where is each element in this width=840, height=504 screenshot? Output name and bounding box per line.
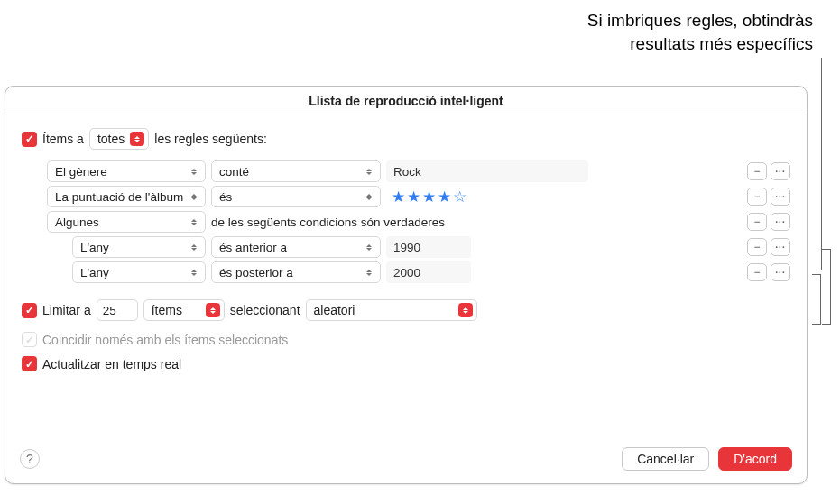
chevron-updown-icon xyxy=(364,194,374,200)
chevron-updown-icon xyxy=(364,270,374,276)
live-update-checkbox[interactable] xyxy=(22,356,37,371)
chevron-updown-icon xyxy=(189,169,199,175)
rule-group-text: de les següents condicions són verdadere… xyxy=(211,215,445,229)
match-selected-checkbox[interactable] xyxy=(22,332,37,347)
cancel-button[interactable]: Cancel·lar xyxy=(622,447,709,471)
rule-op-value: conté xyxy=(219,165,249,179)
rule-row: L'any és anterior a 1990 − ··· xyxy=(72,236,790,258)
rule-field-value: L'any xyxy=(80,241,109,254)
rule-value-input[interactable]: 1990 xyxy=(386,236,471,258)
chevron-updown-icon xyxy=(130,132,144,146)
star-icon: ★ xyxy=(422,189,436,205)
rule-value-text: Rock xyxy=(393,165,421,179)
limit-unit-select[interactable]: ítems xyxy=(143,299,225,321)
rule-value-text: 1990 xyxy=(393,241,420,254)
annotation-line2: resultats més específics xyxy=(630,34,813,53)
rule-options-button[interactable]: ··· xyxy=(771,238,790,256)
window-title: Llista de reproducció intel·ligent xyxy=(5,87,807,115)
live-update-row: Actualitzar en temps real xyxy=(22,356,790,371)
ok-button[interactable]: D'acord xyxy=(718,447,792,471)
match-mode-select[interactable]: totes xyxy=(89,128,149,150)
rule-value-input[interactable]: 2000 xyxy=(386,261,471,283)
remove-rule-button[interactable]: − xyxy=(747,238,767,256)
callout-bracket-outer xyxy=(822,249,831,325)
rule-controls: − ··· xyxy=(747,263,790,281)
annotation-caption: Si imbriques regles, obtindràs resultats… xyxy=(587,9,813,55)
rule-field-select[interactable]: L'any xyxy=(72,261,206,283)
rule-field-select[interactable]: El gènere xyxy=(47,160,206,182)
limit-method-value: aleatori xyxy=(314,303,355,317)
match-selected-label: Coincidir només amb els ítems selecciona… xyxy=(42,333,288,347)
limit-selecting-label: seleccionant xyxy=(230,303,300,317)
remove-rule-button[interactable]: − xyxy=(747,213,767,231)
chevron-updown-icon xyxy=(189,244,199,251)
rule-field-select[interactable]: La puntuació de l'àlbum xyxy=(47,186,206,207)
chevron-updown-icon xyxy=(206,303,220,317)
rule-field-select[interactable]: L'any xyxy=(72,236,206,258)
limit-row: Limitar a 25 ítems seleccionant aleatori xyxy=(22,299,790,321)
cancel-label: Cancel·lar xyxy=(637,452,694,466)
rule-controls: − ··· xyxy=(747,238,790,256)
rule-controls: − ··· xyxy=(747,188,790,206)
chevron-updown-icon xyxy=(189,270,199,276)
rule-value-input[interactable]: Rock xyxy=(386,160,588,182)
rule-op-select[interactable]: conté xyxy=(211,160,381,182)
star-outline-icon: ☆ xyxy=(453,189,466,205)
dialog-content: Ítems a totes les regles següents: El gè… xyxy=(5,115,807,371)
match-suffix: les regles següents: xyxy=(154,132,267,146)
rule-op-value: és posterior a xyxy=(219,266,293,279)
limit-label: Limitar a xyxy=(42,303,91,317)
chevron-updown-icon xyxy=(458,303,473,317)
match-checkbox[interactable] xyxy=(22,132,37,147)
rule-group-value: Algunes xyxy=(55,215,99,229)
limit-count-input[interactable]: 25 xyxy=(97,299,138,321)
remove-rule-button[interactable]: − xyxy=(747,162,767,180)
star-icon: ★ xyxy=(407,189,420,205)
limit-method-select[interactable]: aleatori xyxy=(306,299,477,321)
match-mode-value: totes xyxy=(97,132,125,146)
star-icon: ★ xyxy=(392,189,405,205)
callout-vertical xyxy=(821,58,822,270)
rule-value-text: 2000 xyxy=(393,266,420,279)
star-icon: ★ xyxy=(438,189,451,205)
rule-controls: − ··· xyxy=(747,162,790,180)
match-selected-row: Coincidir només amb els ítems selecciona… xyxy=(22,332,790,347)
callout-bracket-inner xyxy=(812,274,821,325)
rule-field-value: La puntuació de l'àlbum xyxy=(55,190,183,204)
chevron-updown-icon xyxy=(364,169,374,175)
dialog-window: Llista de reproducció intel·ligent Ítems… xyxy=(5,86,808,484)
live-update-label: Actualitzar en temps real xyxy=(42,357,181,371)
rule-field-value: L'any xyxy=(80,266,109,279)
rule-options-button[interactable]: ··· xyxy=(771,263,790,281)
rule-controls: − ··· xyxy=(747,213,790,231)
ok-label: D'acord xyxy=(734,452,777,466)
match-row: Ítems a totes les regles següents: xyxy=(22,128,790,150)
chevron-updown-icon xyxy=(189,194,199,200)
annotation-line1: Si imbriques regles, obtindràs xyxy=(587,11,813,30)
limit-checkbox[interactable] xyxy=(22,303,37,318)
rule-options-button[interactable]: ··· xyxy=(771,213,790,231)
chevron-updown-icon xyxy=(189,219,199,225)
help-button[interactable]: ? xyxy=(20,449,40,469)
rule-row: Algunes de les següents condicions són v… xyxy=(47,211,790,233)
dialog-footer: ? Cancel·lar D'acord xyxy=(5,438,807,483)
rule-row: La puntuació de l'àlbum és ★ ★ ★ ★ ☆ − xyxy=(47,186,790,207)
rule-op-select[interactable]: és anterior a xyxy=(211,236,381,258)
chevron-updown-icon xyxy=(364,244,374,251)
remove-rule-button[interactable]: − xyxy=(747,263,767,281)
limit-count-value: 25 xyxy=(103,304,116,317)
rule-field-value: El gènere xyxy=(55,165,107,179)
rules-list: El gènere conté Rock − ··· xyxy=(47,160,790,283)
limit-unit-value: ítems xyxy=(152,303,182,317)
remove-rule-button[interactable]: − xyxy=(747,188,767,206)
rule-options-button[interactable]: ··· xyxy=(771,188,790,206)
rule-op-select[interactable]: és xyxy=(211,186,381,207)
rule-op-value: és xyxy=(219,190,232,204)
rule-options-button[interactable]: ··· xyxy=(771,162,790,180)
match-prefix: Ítems a xyxy=(42,132,84,146)
rule-group-match-select[interactable]: Algunes xyxy=(47,211,206,233)
rule-row: El gènere conté Rock − ··· xyxy=(47,160,790,182)
rule-stars-input[interactable]: ★ ★ ★ ★ ☆ xyxy=(386,186,472,207)
rule-op-select[interactable]: és posterior a xyxy=(211,261,381,283)
rule-op-value: és anterior a xyxy=(219,241,287,254)
